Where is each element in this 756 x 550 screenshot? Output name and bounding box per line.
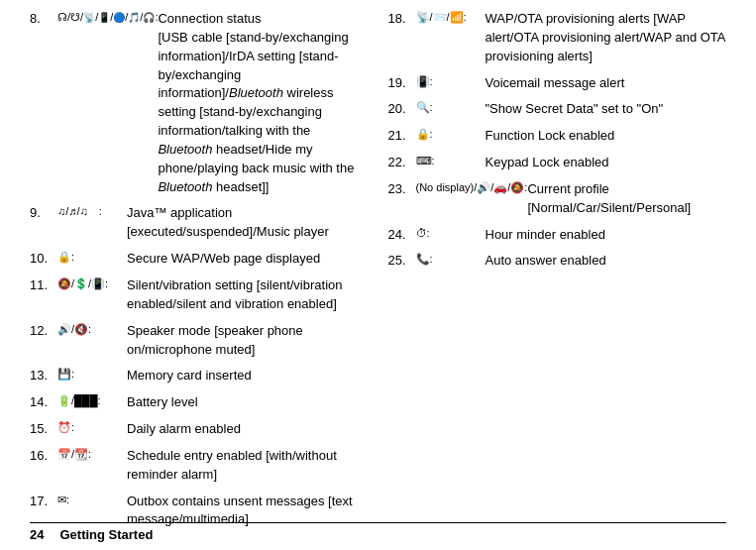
- item-description: Keypad Lock enabled: [486, 154, 727, 172]
- list-item: 14. 🔋/███: Battery level: [30, 393, 359, 412]
- item-number: 14.: [30, 393, 57, 412]
- item-number: 8.: [30, 10, 57, 29]
- item-description: Silent/vibration setting [silent/vibrati…: [127, 276, 359, 314]
- item-description: Speaker mode [speaker phone on/microphon…: [127, 322, 359, 360]
- item-number: 13.: [30, 367, 57, 385]
- item-description: Battery level: [127, 393, 359, 412]
- item-description: Connection status [USB cable [stand-by/e…: [158, 10, 358, 196]
- list-item: 18. 📡/📨/📶: WAP/OTA provisioning alerts […: [388, 10, 727, 66]
- page-footer: 24 Getting Started: [30, 522, 726, 542]
- list-item: 23. (No display)/🔊/🚗/🔕: Current profile …: [388, 180, 727, 218]
- item-number: 10.: [30, 250, 57, 269]
- left-column: 8. ☊/☋/📡/📱/🔵/🎵/🎧: Connection status [USB…: [30, 10, 378, 537]
- list-item: 15. ⏰: Daily alarm enabled: [30, 420, 359, 439]
- item-icon: 📅/📆:: [57, 447, 127, 463]
- item-number: 17.: [30, 493, 57, 511]
- item-icon: (No display)/🔊/🚗/🔕:: [416, 180, 528, 196]
- list-item: 21. 🔒: Function Lock enabled: [388, 127, 727, 146]
- item-description: Function Lock enabled: [486, 127, 727, 146]
- item-number: 22.: [388, 154, 416, 172]
- item-description: Voicemail message alert: [486, 74, 727, 93]
- item-icon: ⌨:: [416, 154, 486, 169]
- item-description: "Show Secret Data" set to "On": [486, 100, 727, 119]
- list-item: 25. 📞: Auto answer enabled: [388, 252, 727, 271]
- item-description: Current profile [Normal/Car/Silent/Perso…: [527, 180, 726, 218]
- list-item: 12. 🔊/🔇: Speaker mode [speaker phone on/…: [30, 322, 359, 360]
- list-item: 20. 🔍: "Show Secret Data" set to "On": [388, 100, 727, 119]
- list-item: 10. 🔒: Secure WAP/Web page displayed: [30, 250, 359, 269]
- item-icon: 🔋/███:: [57, 393, 127, 409]
- list-item: 11. 🔕/💲/📳: Silent/vibration setting [sil…: [30, 276, 359, 314]
- item-icon: 🔒:: [57, 250, 127, 266]
- item-description: Schedule entry enabled [with/without rem…: [127, 447, 359, 485]
- item-number: 18.: [388, 10, 416, 29]
- right-column: 18. 📡/📨/📶: WAP/OTA provisioning alerts […: [378, 10, 727, 537]
- item-description: Auto answer enabled: [486, 252, 727, 271]
- item-icon: 💾:: [57, 367, 127, 383]
- item-icon: 📡/📨/📶:: [416, 10, 486, 26]
- list-item: 8. ☊/☋/📡/📱/🔵/🎵/🎧: Connection status [USB…: [30, 10, 359, 196]
- section-title: Getting Started: [59, 527, 153, 542]
- item-number: 21.: [388, 127, 416, 146]
- item-description: Memory card inserted: [127, 367, 359, 385]
- content-columns: 8. ☊/☋/📡/📱/🔵/🎵/🎧: Connection status [USB…: [30, 10, 726, 537]
- list-item: 13. 💾: Memory card inserted: [30, 367, 359, 385]
- item-icon: ⏰:: [57, 420, 127, 436]
- item-description: Java™ application [executed/suspended]/M…: [127, 204, 359, 242]
- list-item: 16. 📅/📆: Schedule entry enabled [with/wi…: [30, 447, 359, 485]
- item-number: 16.: [30, 447, 57, 466]
- item-description: Secure WAP/Web page displayed: [127, 250, 359, 269]
- item-description: Hour minder enabled: [486, 226, 727, 245]
- page-container: 8. ☊/☋/📡/📱/🔵/🎵/🎧: Connection status [USB…: [0, 0, 756, 550]
- item-icon: ⏱:: [416, 226, 486, 242]
- list-item: 24. ⏱: Hour minder enabled: [388, 226, 727, 245]
- page-number: 24: [30, 527, 44, 542]
- item-number: 15.: [30, 420, 57, 439]
- item-icon: 📳:: [416, 74, 486, 90]
- item-icon: ✉:: [57, 493, 127, 508]
- item-number: 25.: [388, 252, 416, 271]
- item-icon: 🔕/💲/📳:: [57, 276, 127, 292]
- item-icon: 🔒:: [416, 127, 486, 143]
- item-icon: ☊/☋/📡/📱/🔵/🎵/🎧:: [57, 10, 158, 26]
- item-icon: 🔍:: [416, 100, 486, 116]
- item-number: 12.: [30, 322, 57, 341]
- item-description: Daily alarm enabled: [127, 420, 359, 439]
- list-item: 19. 📳: Voicemail message alert: [388, 74, 727, 93]
- item-icon: ♫/♬/♫ :: [57, 204, 127, 220]
- list-item: 22. ⌨: Keypad Lock enabled: [388, 154, 727, 172]
- item-number: 23.: [388, 180, 416, 199]
- list-item: 9. ♫/♬/♫ : Java™ application [executed/s…: [30, 204, 359, 242]
- item-number: 11.: [30, 276, 57, 295]
- item-number: 24.: [388, 226, 416, 245]
- item-number: 9.: [30, 204, 57, 223]
- item-number: 20.: [388, 100, 416, 119]
- item-description: WAP/OTA provisioning alerts [WAP alert/O…: [486, 10, 727, 66]
- item-number: 19.: [388, 74, 416, 93]
- item-icon: 🔊/🔇:: [57, 322, 127, 338]
- item-icon: 📞:: [416, 252, 486, 268]
